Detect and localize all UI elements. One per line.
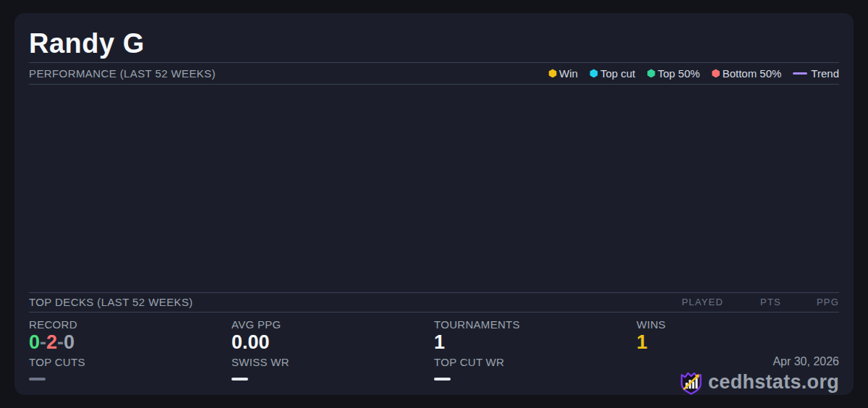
record-losses: 2 (46, 331, 57, 353)
stat-wins-value: 1 (637, 331, 839, 354)
top-decks-title: TOP DECKS (LAST 52 WEEKS) (29, 296, 193, 308)
brand: cedhstats.org (680, 370, 839, 395)
column-header-played: PLAYED (665, 297, 723, 307)
legend-item-top-50-: Top 50% (647, 67, 699, 80)
empty-value-dash (231, 378, 248, 381)
performance-title: PERFORMANCE (LAST 52 WEEKS) (29, 67, 216, 80)
top-decks-columns: PLAYED PTS PPG (665, 297, 839, 307)
legend-label: Top cut (600, 67, 635, 80)
legend-dot-icon (548, 69, 557, 77)
legend-item-trend: Trend (793, 67, 839, 80)
footer: Apr 30, 2026 cedhstats.org (637, 356, 839, 395)
stat-swiss-wr-label: SWISS WR (231, 356, 434, 368)
record-separator: - (57, 331, 64, 353)
performance-chart (29, 85, 839, 293)
legend-item-top-cut: Top cut (590, 67, 635, 80)
column-header-ppg: PPG (781, 297, 839, 307)
stat-record: RECORD 0-2-0 (29, 318, 231, 356)
legend-dot-icon (647, 69, 655, 77)
empty-value-dash (29, 378, 46, 381)
brand-name: cedhstats.org (708, 371, 839, 394)
stat-record-value: 0-2-0 (29, 331, 231, 354)
stat-top-cut-wr-label: TOP CUT WR (434, 356, 637, 368)
card-header: Randy G (29, 13, 839, 63)
record-wins: 0 (29, 331, 40, 353)
stat-avg-ppg: AVG PPG 0.00 (231, 318, 434, 356)
stats-grid: RECORD 0-2-0 AVG PPG 0.00 TOURNAMENTS 1 … (29, 313, 839, 395)
stat-avg-ppg-value: 0.00 (231, 331, 434, 354)
legend-dot-icon (712, 69, 720, 77)
stat-swiss-wr: SWISS WR (231, 356, 434, 395)
column-header-pts: PTS (723, 297, 781, 307)
cedhstats-logo-icon (680, 370, 702, 395)
chart-legend: WinTop cutTop 50%Bottom 50%Trend (548, 67, 839, 80)
record-draws: 0 (64, 331, 75, 353)
legend-dot-icon (590, 69, 598, 77)
legend-label: Win (559, 67, 578, 80)
legend-label: Bottom 50% (723, 67, 782, 80)
stat-top-cuts: TOP CUTS (29, 356, 231, 395)
stat-wins: WINS 1 (637, 318, 839, 356)
stat-wins-label: WINS (637, 318, 839, 331)
legend-label: Top 50% (658, 67, 699, 80)
page-title: Randy G (29, 26, 839, 61)
stat-avg-ppg-label: AVG PPG (231, 318, 434, 331)
stat-tournaments: TOURNAMENTS 1 (434, 318, 637, 356)
report-date: Apr 30, 2026 (773, 355, 839, 368)
legend-label: Trend (811, 67, 839, 80)
empty-value-dash (434, 378, 451, 381)
record-separator: - (40, 331, 46, 353)
stat-tournaments-value: 1 (434, 331, 637, 354)
legend-item-win: Win (548, 67, 578, 80)
stat-tournaments-label: TOURNAMENTS (434, 318, 637, 331)
legend-item-bottom-50-: Bottom 50% (712, 67, 782, 80)
player-stats-card: Randy G PERFORMANCE (LAST 52 WEEKS) WinT… (14, 13, 854, 395)
stat-record-label: RECORD (29, 318, 231, 331)
stat-top-cuts-label: TOP CUTS (29, 356, 231, 368)
top-decks-header: TOP DECKS (LAST 52 WEEKS) PLAYED PTS PPG (29, 293, 839, 313)
performance-header: PERFORMANCE (LAST 52 WEEKS) WinTop cutTo… (29, 63, 839, 85)
stat-top-cut-wr: TOP CUT WR (434, 356, 637, 395)
trend-line-icon (793, 72, 807, 75)
